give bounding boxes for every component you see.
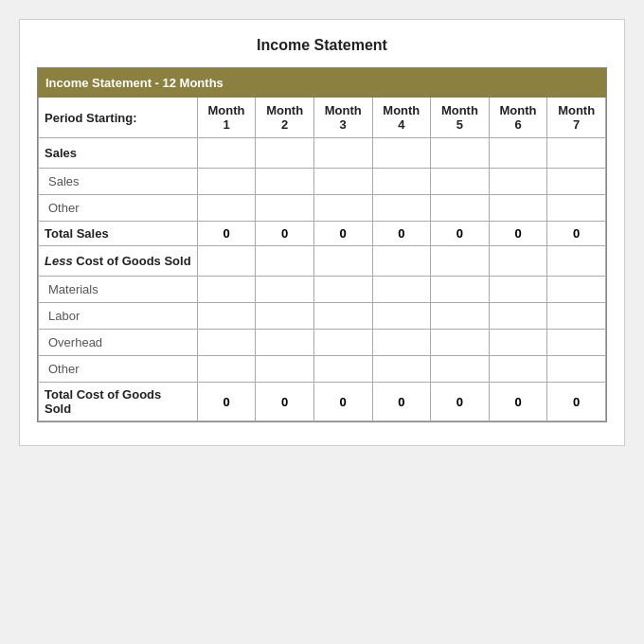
col-month-2: Month 2 [256, 98, 314, 138]
sales-category-row: Sales [39, 138, 606, 169]
sales-item-other: Other [39, 195, 606, 222]
total-cogs-m7: 0 [547, 383, 606, 421]
total-cogs-m6: 0 [489, 383, 547, 421]
income-table: Period Starting: Month 1 Month 2 Month 3… [38, 98, 606, 421]
total-cogs-m1: 0 [197, 383, 256, 421]
sales-cat-m3 [313, 138, 372, 169]
total-cogs-label: Total Cost of Goods Sold [39, 383, 198, 421]
page: Income Statement Income Statement - 12 M… [19, 19, 625, 446]
col-month-4: Month 4 [372, 98, 431, 138]
sales-item-sales: Sales [39, 169, 606, 195]
sales-cat-m1 [197, 138, 256, 169]
page-title: Income Statement [37, 37, 607, 54]
cogs-overhead-label: Overhead [39, 330, 198, 356]
total-sales-label: Total Sales [39, 222, 198, 246]
col-month-5: Month 5 [431, 98, 490, 138]
cogs-category-label: Less Cost of Goods Sold [39, 246, 198, 277]
col-month-7: Month 7 [547, 98, 606, 138]
header-row: Period Starting: Month 1 Month 2 Month 3… [39, 98, 606, 138]
cogs-materials-label: Materials [39, 277, 198, 303]
sales-cat-m6 [489, 138, 547, 169]
sales-cat-m4 [372, 138, 431, 169]
sales-cat-m5 [431, 138, 490, 169]
total-sales-m1: 0 [197, 222, 256, 246]
total-cogs-m4: 0 [372, 383, 431, 421]
total-sales-row: Total Sales 0 0 0 0 0 0 0 [39, 222, 606, 246]
cogs-labor-label: Labor [39, 303, 198, 330]
total-sales-m3: 0 [313, 222, 372, 246]
cogs-item-other: Other [39, 356, 606, 383]
sales-cat-m7 [547, 138, 606, 169]
col-month-1: Month 1 [197, 98, 256, 138]
total-cogs-row: Total Cost of Goods Sold 0 0 0 0 0 0 0 [39, 383, 606, 421]
cogs-other-label: Other [39, 356, 198, 383]
cogs-label-rest: Cost of Goods Sold [73, 254, 191, 268]
total-sales-m7: 0 [547, 222, 606, 246]
col-month-3: Month 3 [313, 98, 372, 138]
cogs-item-overhead: Overhead [39, 330, 606, 356]
section-header: Income Statement - 12 Months [38, 68, 606, 98]
total-sales-m4: 0 [372, 222, 431, 246]
total-cogs-m5: 0 [431, 383, 490, 421]
total-cogs-m3: 0 [313, 383, 372, 421]
table-wrapper: Income Statement - 12 Months Period Star… [37, 67, 607, 422]
col-month-6: Month 6 [489, 98, 547, 138]
cogs-item-labor: Labor [39, 303, 606, 330]
total-sales-m6: 0 [489, 222, 547, 246]
sales-cat-m2 [256, 138, 314, 169]
cogs-item-materials: Materials [39, 277, 606, 303]
period-label: Period Starting: [39, 98, 198, 138]
cogs-category-row: Less Cost of Goods Sold [39, 246, 606, 277]
total-cogs-m2: 0 [256, 383, 314, 421]
sales-item-sales-label: Sales [39, 169, 198, 195]
cogs-italic-label: Less [45, 254, 73, 268]
sales-item-other-label: Other [39, 195, 198, 222]
sales-category-label: Sales [39, 138, 198, 169]
total-sales-m5: 0 [431, 222, 490, 246]
total-sales-m2: 0 [256, 222, 314, 246]
